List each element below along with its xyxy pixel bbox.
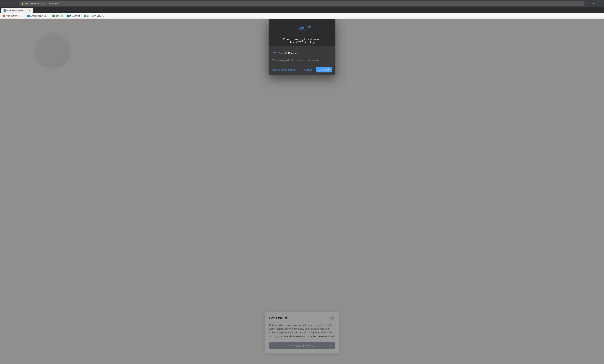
- svg-line-4: [298, 29, 300, 30]
- menu-button[interactable]: ⋮: [597, 1, 602, 6]
- svg-point-7: [304, 28, 305, 28]
- extensions-button[interactable]: ⚙: [592, 1, 597, 6]
- bookmarks-bar: Microsoft Office H… Shared Document… Bam…: [0, 13, 604, 19]
- account-row: Cometh Connect: [272, 49, 332, 57]
- forward-button[interactable]: →: [7, 1, 12, 6]
- toolbar-actions: ☆ ⚙ ⋮: [586, 1, 602, 6]
- bookmark-star-button[interactable]: ☆: [586, 1, 591, 6]
- tab-close-button[interactable]: ✕: [28, 9, 31, 12]
- bookmark-label-bamboo: Bamboo: [56, 15, 63, 17]
- bookmark-sharepoint[interactable]: SharePoint: [66, 14, 81, 17]
- svg-point-16: [275, 52, 276, 53]
- tab-favicon: [3, 9, 6, 12]
- bookmark-shared-docs[interactable]: Shared Document…: [26, 14, 49, 17]
- svg-point-11: [306, 31, 306, 31]
- bookmark-favicon-sp: [67, 15, 70, 17]
- svg-point-1: [295, 29, 296, 30]
- bookmark-label-sp: SharePoint: [70, 15, 80, 17]
- bookmark-favicon-shared: [27, 15, 30, 17]
- svg-point-2: [297, 29, 297, 30]
- url-display: aiducation-ethhack2023.vercel.app: [25, 2, 58, 5]
- passkey-dialog-title: Create a passkey for aiducation-ethhack2…: [272, 38, 332, 44]
- passkey-dialog-body: Cometh Connect This passkey will only be…: [269, 47, 335, 64]
- svg-point-0: [294, 29, 294, 30]
- active-tab[interactable]: aiducation-ethhack2023.vercel.app ✕: [1, 8, 33, 13]
- address-bar[interactable]: 🔒 aiducation-ethhack2023.vercel.app: [19, 1, 585, 6]
- passkey-note: This passkey will only be saved on this …: [272, 59, 332, 61]
- page-content: Create a passkey for aiducation-ethhack2…: [0, 19, 604, 364]
- passkey-illustration: [291, 22, 313, 36]
- bookmark-label-exp: Expensify: Easy M…: [87, 15, 105, 17]
- svg-point-12: [307, 32, 308, 32]
- browser-toolbar: ← → ↻ 🔒 aiducation-ethhack2023.vercel.ap…: [0, 0, 604, 7]
- tab-title: aiducation-ethhack2023.vercel.app: [7, 9, 27, 12]
- bookmark-ms-office[interactable]: Microsoft Office H…: [2, 14, 24, 17]
- continue-button[interactable]: Continue: [316, 67, 332, 73]
- svg-point-6: [301, 27, 303, 28]
- bookmark-bamboo[interactable]: Bamboo: [51, 14, 64, 17]
- account-icon: [272, 51, 277, 56]
- tabs-bar: aiducation-ethhack2023.vercel.app ✕: [0, 7, 604, 13]
- browser-frame: ← → ↻ 🔒 aiducation-ethhack2023.vercel.ap…: [0, 0, 604, 364]
- lock-icon: 🔒: [22, 2, 24, 5]
- svg-point-9: [307, 26, 308, 27]
- back-button[interactable]: ←: [2, 1, 7, 6]
- bookmark-expensify[interactable]: Expensify: Easy M…: [83, 14, 106, 17]
- bookmark-favicon-exp: [84, 15, 87, 17]
- passkey-dialog-header: Create a passkey for aiducation-ethhack2…: [269, 19, 335, 47]
- svg-line-3: [298, 28, 300, 29]
- passkey-dialog-actions: Use a different passkey Cancel Continue: [269, 64, 335, 75]
- bookmark-label-shared: Shared Document…: [31, 15, 48, 17]
- svg-point-14: [309, 26, 310, 27]
- svg-point-10: [304, 30, 305, 31]
- svg-point-8: [306, 27, 306, 27]
- use-different-passkey-button[interactable]: Use a different passkey: [272, 68, 296, 71]
- cancel-button[interactable]: Cancel: [302, 67, 314, 72]
- bookmark-favicon-bamboo: [52, 15, 55, 17]
- passkey-dialog: Create a passkey for aiducation-ethhack2…: [269, 19, 335, 75]
- nav-buttons: ← → ↻: [2, 1, 18, 6]
- svg-point-15: [274, 52, 275, 53]
- bookmark-favicon-ms: [3, 15, 5, 17]
- account-name: Cometh Connect: [279, 52, 297, 55]
- reload-button[interactable]: ↻: [13, 1, 18, 6]
- passkey-dialog-overlay: Create a passkey for aiducation-ethhack2…: [0, 19, 604, 364]
- bookmark-label-ms: Microsoft Office H…: [6, 15, 23, 17]
